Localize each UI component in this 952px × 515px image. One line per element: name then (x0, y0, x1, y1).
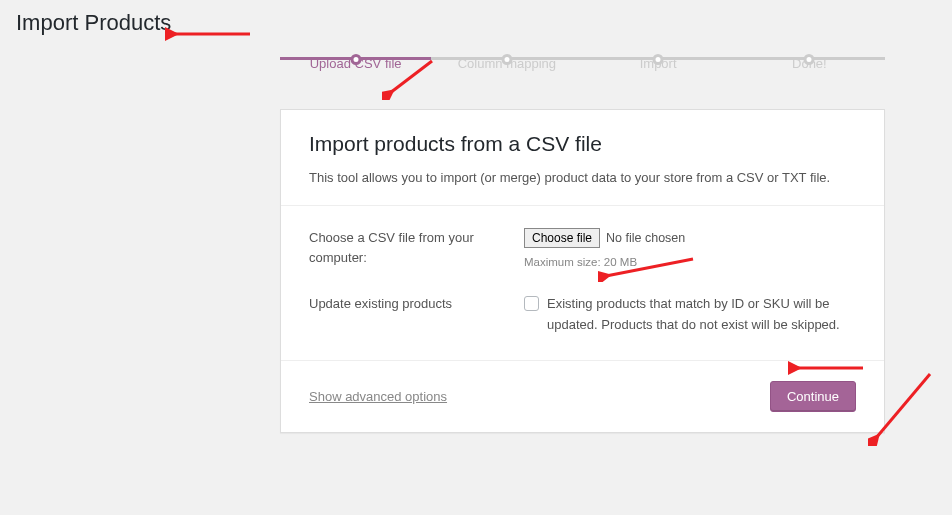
update-existing-checkbox[interactable] (524, 296, 539, 311)
card-description: This tool allows you to import (or merge… (309, 170, 856, 185)
step-dot (804, 54, 815, 65)
max-size-hint: Maximum size: 20 MB (524, 256, 856, 268)
card-title: Import products from a CSV file (309, 132, 856, 156)
step-dot (350, 54, 361, 65)
choose-file-button[interactable]: Choose file (524, 228, 600, 248)
page-title: Import Products (0, 0, 952, 56)
show-advanced-link[interactable]: Show advanced options (309, 389, 447, 404)
steps-nav: Upload CSV file Column mapping Import Do… (280, 56, 885, 109)
update-existing-description: Existing products that match by ID or SK… (547, 294, 856, 336)
step-done: Done! (734, 56, 885, 81)
step-import: Import (583, 56, 734, 81)
step-upload: Upload CSV file (280, 56, 431, 81)
step-dot (501, 54, 512, 65)
import-card: Import products from a CSV file This too… (280, 109, 885, 433)
update-existing-label: Update existing products (309, 294, 524, 314)
continue-button[interactable]: Continue (770, 381, 856, 412)
choose-file-label: Choose a CSV file from your computer: (309, 228, 524, 267)
step-dot (653, 54, 664, 65)
step-mapping: Column mapping (431, 56, 582, 81)
file-status: No file chosen (606, 231, 685, 245)
